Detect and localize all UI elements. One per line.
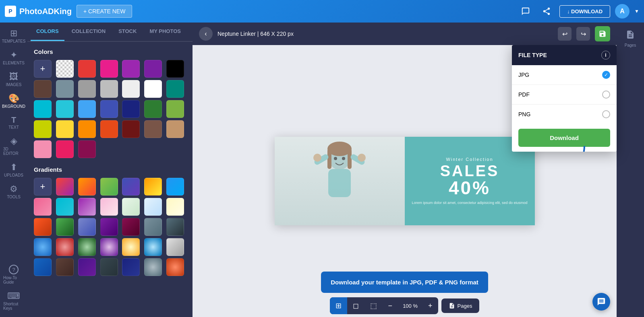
color-swatch[interactable] xyxy=(56,80,74,98)
gradient-swatch[interactable] xyxy=(100,258,118,276)
sidebar-item-bkground[interactable]: 🎨 BKGROUND xyxy=(2,91,26,112)
gradient-swatch[interactable] xyxy=(56,258,74,276)
png-radio[interactable] xyxy=(602,110,610,118)
color-swatch[interactable] xyxy=(78,140,96,158)
gradient-swatch[interactable] xyxy=(78,178,96,196)
gradient-swatch[interactable] xyxy=(122,178,140,196)
sidebar-item-uploads[interactable]: ⬆ UPLOADS xyxy=(2,160,26,181)
gradient-swatch[interactable] xyxy=(34,238,52,256)
gradient-swatch[interactable] xyxy=(56,238,74,256)
gradient-swatch[interactable] xyxy=(122,258,140,276)
gradient-swatch[interactable] xyxy=(100,178,118,196)
color-swatch[interactable] xyxy=(34,100,52,118)
file-type-jpg[interactable]: JPG xyxy=(512,65,617,85)
gradient-swatch[interactable] xyxy=(122,238,140,256)
file-type-png[interactable]: PNG xyxy=(512,105,617,124)
file-type-pdf[interactable]: PDF xyxy=(512,85,617,105)
gradient-swatch[interactable] xyxy=(56,218,74,236)
gradient-swatch[interactable]: + xyxy=(34,178,52,196)
color-swatch[interactable] xyxy=(34,140,52,158)
color-swatch[interactable] xyxy=(78,120,96,138)
sidebar-item-text[interactable]: T TEXT xyxy=(2,113,26,133)
color-swatch[interactable] xyxy=(122,120,140,138)
chat-button[interactable] xyxy=(592,293,610,311)
create-new-button[interactable]: + CREATE NEW xyxy=(77,5,132,18)
gradient-swatch[interactable] xyxy=(144,178,162,196)
color-swatch[interactable]: + xyxy=(34,60,52,78)
color-swatch[interactable] xyxy=(144,80,162,98)
gradient-swatch[interactable] xyxy=(166,258,184,276)
gradient-swatch[interactable] xyxy=(166,198,184,216)
gradient-swatch[interactable] xyxy=(144,218,162,236)
monitor-view-button[interactable]: ⬚ xyxy=(364,297,383,314)
zoom-plus-button[interactable]: + xyxy=(422,298,438,314)
gradient-swatch[interactable] xyxy=(166,218,184,236)
gradient-swatch[interactable] xyxy=(34,218,52,236)
gradient-swatch[interactable] xyxy=(100,238,118,256)
color-swatch[interactable] xyxy=(56,140,74,158)
color-swatch[interactable] xyxy=(78,100,96,118)
sidebar-item-shortcut[interactable]: ⌨ Shortcut Keys xyxy=(2,288,26,314)
pdf-radio[interactable] xyxy=(602,91,610,99)
sidebar-item-how-to[interactable]: ? How-To Guide xyxy=(2,261,26,288)
gradient-swatch[interactable] xyxy=(122,198,140,216)
jpg-radio[interactable] xyxy=(602,71,610,79)
sidebar-item-3d-editor[interactable]: ◈ 3D EDITOR xyxy=(2,134,26,159)
color-swatch[interactable] xyxy=(78,80,96,98)
gradient-swatch[interactable] xyxy=(78,198,96,216)
right-sidebar-pages[interactable]: Pages xyxy=(618,26,642,51)
gradient-swatch[interactable] xyxy=(100,198,118,216)
color-swatch[interactable] xyxy=(166,100,184,118)
color-swatch[interactable] xyxy=(122,80,140,98)
color-swatch[interactable] xyxy=(144,100,162,118)
sidebar-item-tools[interactable]: ⚙ TOOLS xyxy=(2,181,26,202)
grid-view-button[interactable]: ⊞ xyxy=(330,297,347,314)
sidebar-item-images[interactable]: 🖼 IMAGES xyxy=(2,69,26,90)
undo-button[interactable]: ↩ xyxy=(558,27,572,41)
redo-button[interactable]: ↪ xyxy=(576,27,590,41)
sidebar-item-templates[interactable]: ⊞ TEMPLATES xyxy=(2,26,26,47)
color-swatch[interactable] xyxy=(100,120,118,138)
gradient-swatch[interactable] xyxy=(34,198,52,216)
download-nav-button[interactable]: ↓ DOWNLOAD xyxy=(559,5,610,18)
color-swatch[interactable] xyxy=(56,100,74,118)
tab-collection[interactable]: COLLECTION xyxy=(66,23,112,41)
color-swatch[interactable] xyxy=(144,60,162,78)
gradient-swatch[interactable] xyxy=(166,178,184,196)
color-swatch[interactable] xyxy=(122,100,140,118)
color-swatch[interactable] xyxy=(100,60,118,78)
pages-button[interactable]: Pages xyxy=(441,298,480,313)
gradient-swatch[interactable] xyxy=(144,258,162,276)
gradient-swatch[interactable] xyxy=(144,198,162,216)
save-button[interactable] xyxy=(595,26,610,41)
color-swatch[interactable] xyxy=(100,80,118,98)
color-swatch[interactable] xyxy=(144,120,162,138)
canvas-prev-button[interactable]: ‹ xyxy=(199,27,213,41)
color-swatch[interactable] xyxy=(100,100,118,118)
gradient-swatch[interactable] xyxy=(34,258,52,276)
user-menu-chevron[interactable]: ▼ xyxy=(634,8,639,14)
gradient-swatch[interactable] xyxy=(56,198,74,216)
gradient-swatch[interactable] xyxy=(56,178,74,196)
zoom-minus-button[interactable]: − xyxy=(383,298,398,314)
color-swatch[interactable] xyxy=(34,80,52,98)
color-swatch[interactable] xyxy=(34,120,52,138)
tab-colors[interactable]: COLORS xyxy=(31,23,64,41)
gradient-swatch[interactable] xyxy=(144,238,162,256)
sidebar-item-elements[interactable]: ✦ ELEMENTS xyxy=(2,47,26,68)
gradient-swatch[interactable] xyxy=(100,218,118,236)
user-avatar[interactable]: A xyxy=(615,4,630,19)
gradient-swatch[interactable] xyxy=(122,218,140,236)
color-swatch[interactable] xyxy=(166,120,184,138)
color-swatch[interactable] xyxy=(166,80,184,98)
gradient-swatch[interactable] xyxy=(78,218,96,236)
color-swatch[interactable] xyxy=(78,60,96,78)
color-swatch[interactable] xyxy=(122,60,140,78)
color-swatch[interactable] xyxy=(166,60,184,78)
gradient-swatch[interactable] xyxy=(78,258,96,276)
comments-icon-button[interactable] xyxy=(518,3,534,19)
eraser-tool-button[interactable]: ◻ xyxy=(347,297,364,314)
gradient-swatch[interactable] xyxy=(78,238,96,256)
design-canvas[interactable]: Winter Collection SALES 40% Lorem ipsum … xyxy=(275,137,535,225)
share-icon-button[interactable] xyxy=(538,3,555,19)
